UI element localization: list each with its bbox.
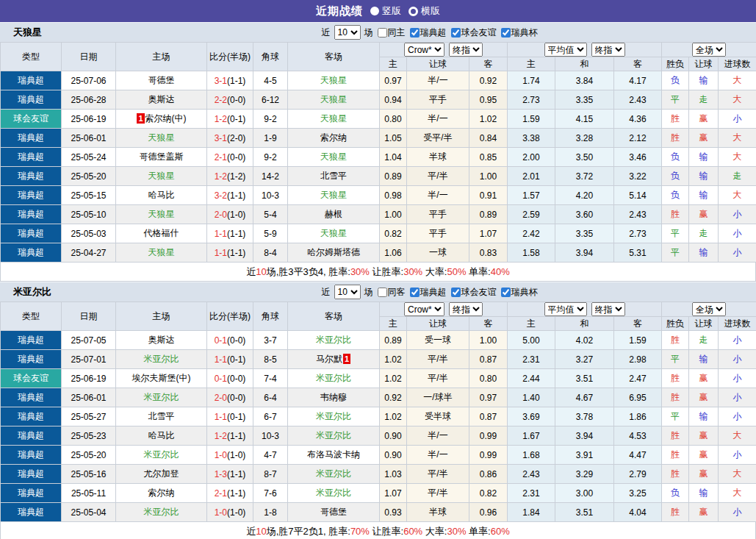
halftime-score: (0-1) <box>227 114 245 124</box>
league-checkbox-0-box[interactable] <box>410 288 420 297</box>
scope-select[interactable]: 全场 <box>692 43 726 57</box>
same-venue-checkbox[interactable]: 同主 <box>378 26 406 39</box>
away-team-name[interactable]: 天狼星 <box>320 228 347 238</box>
home-team-name[interactable]: 米亚尔比 <box>144 507 179 517</box>
fulltime-score: 2-0 <box>215 393 227 403</box>
league-checkbox-0[interactable]: 瑞典超 <box>410 286 447 299</box>
col-header: 日期 <box>62 302 116 331</box>
match-date: 25-04-27 <box>62 243 116 263</box>
match-date: 25-05-20 <box>62 446 116 465</box>
away-team-name[interactable]: 米亚尔比 <box>316 411 351 421</box>
home-team-name[interactable]: 奥斯达 <box>148 335 175 345</box>
avg-away-odds: 2.12 <box>614 129 662 148</box>
away-team-name[interactable]: 米亚尔比 <box>316 430 351 440</box>
league-checkbox-2-box[interactable] <box>501 288 511 297</box>
league-checkbox-2[interactable]: 瑞典杯 <box>501 26 538 39</box>
radio-unchecked-icon[interactable] <box>408 7 418 16</box>
match-count-select[interactable]: 10 <box>334 25 361 40</box>
away-team-name[interactable]: 天狼星 <box>320 113 347 124</box>
home-team-name[interactable]: 哥德堡盖斯 <box>140 151 184 162</box>
home-team-name[interactable]: 米亚尔比 <box>144 449 179 460</box>
away-team-name[interactable]: 天狼星 <box>320 94 347 104</box>
away-odds: 0.80 <box>469 369 508 388</box>
result-handicap: 赢 <box>689 129 719 148</box>
fulltime-score: 1-1 <box>215 248 227 258</box>
league-type-cell: 球会友谊 <box>1 110 62 129</box>
away-team-name[interactable]: 北雪平 <box>320 171 347 181</box>
home-team-name[interactable]: 天狼星 <box>148 132 175 143</box>
average-stage-select[interactable]: 终指 <box>591 302 625 316</box>
average-select[interactable]: 平均值 <box>544 43 587 57</box>
league-checkbox-1-box[interactable] <box>451 288 461 297</box>
home-team-name[interactable]: 奥斯达 <box>148 94 175 104</box>
summary-stat-value: 60% <box>491 526 510 537</box>
same-venue-checkbox-box[interactable] <box>378 288 387 297</box>
home-team-name[interactable]: 米亚尔比 <box>144 392 179 402</box>
home-team-cell: 埃尔夫斯堡(中) <box>116 369 207 388</box>
away-team-name[interactable]: 米亚尔比 <box>316 468 351 479</box>
league-checkbox-1[interactable]: 球会友谊 <box>451 26 497 39</box>
home-team-cell: 天狼星 <box>116 167 207 186</box>
away-team-name[interactable]: 哈尔姆斯塔德 <box>307 247 360 257</box>
same-venue-checkbox[interactable]: 同客 <box>378 286 406 299</box>
away-team-name[interactable]: 天狼星 <box>320 75 347 85</box>
home-team-name[interactable]: 哥德堡 <box>148 75 175 85</box>
home-team-name[interactable]: 索尔纳 <box>148 488 175 498</box>
bookmaker-stage-select[interactable]: 终指 <box>449 43 483 57</box>
halftime-score: (1-1) <box>227 248 245 258</box>
corner-score: 6-7 <box>253 407 288 426</box>
sub-col-header: 进球数 <box>719 317 756 331</box>
scope-select[interactable]: 全场 <box>692 302 726 316</box>
home-team-name[interactable]: 天狼星 <box>148 171 175 181</box>
summary-stat-value: 30% <box>350 266 370 277</box>
layout-option-horizontal[interactable]: 横版 <box>408 4 440 18</box>
bookmaker-select[interactable]: Crow* <box>404 302 444 316</box>
away-team-name[interactable]: 天狼星 <box>320 151 347 162</box>
home-team-name[interactable]: 尤尔加登 <box>144 468 179 479</box>
league-checkbox-0[interactable]: 瑞典超 <box>410 26 447 39</box>
fulltime-score: 1-3 <box>215 469 227 479</box>
home-team-cell: 哥德堡盖斯 <box>116 148 207 167</box>
away-team-name[interactable]: 马尔默 <box>316 354 342 364</box>
away-team-name[interactable]: 米亚尔比 <box>316 335 351 345</box>
away-team-name[interactable]: 韦纳穆 <box>320 392 347 402</box>
average-stage-select[interactable]: 终指 <box>591 43 625 57</box>
bookmaker-stage-select[interactable]: 终指 <box>449 302 483 316</box>
home-team-name[interactable]: 天狼星 <box>148 209 175 219</box>
bookmaker-select[interactable]: Crow* <box>404 43 444 57</box>
radio-checked-icon[interactable] <box>370 7 379 15</box>
same-venue-checkbox-box[interactable] <box>378 28 387 38</box>
away-team-name[interactable]: 米亚尔比 <box>316 373 351 383</box>
summary-text: 大率: <box>422 265 447 279</box>
league-checkbox-1[interactable]: 球会友谊 <box>451 286 497 299</box>
home-team-name[interactable]: 米亚尔比 <box>144 354 179 364</box>
match-count-select[interactable]: 10 <box>334 285 361 299</box>
average-select[interactable]: 平均值 <box>544 302 587 316</box>
league-checkbox-0-box[interactable] <box>410 28 420 38</box>
away-team-name[interactable]: 哥德堡 <box>320 507 347 517</box>
away-team-name[interactable]: 天狼星 <box>320 190 347 200</box>
home-team-cell: 米亚尔比 <box>116 503 207 522</box>
league-checkbox-2[interactable]: 瑞典杯 <box>501 286 538 299</box>
avg-away-odds: 2.43 <box>614 90 662 110</box>
away-odds: 0.97 <box>469 388 508 407</box>
handicap: 平/半 <box>407 484 469 503</box>
away-team-name[interactable]: 布洛马波卡纳 <box>307 449 360 460</box>
home-team-name[interactable]: 哈马比 <box>148 430 175 440</box>
home-team-name[interactable]: 北雪平 <box>148 411 175 421</box>
league-checkbox-2-box[interactable] <box>501 28 511 38</box>
col-header: 角球 <box>253 302 288 331</box>
home-team-name[interactable]: 哈马比 <box>148 190 175 200</box>
home-team-name[interactable]: 代格福什 <box>144 228 179 238</box>
away-team-name[interactable]: 米亚尔比 <box>316 488 351 498</box>
result-handicap: 输 <box>689 167 719 186</box>
sub-col-header: 客 <box>469 57 508 71</box>
league-checkbox-1-box[interactable] <box>451 28 461 38</box>
home-team-name[interactable]: 埃尔夫斯堡(中) <box>132 373 191 383</box>
home-team-name[interactable]: 索尔纳(中) <box>145 113 187 124</box>
layout-option-vertical[interactable]: 竖版 <box>370 4 401 18</box>
away-team-name[interactable]: 索尔纳 <box>320 132 347 143</box>
league-type-cell: 瑞典超 <box>1 205 62 224</box>
home-team-name[interactable]: 天狼星 <box>148 247 175 257</box>
away-team-name[interactable]: 赫根 <box>325 209 342 219</box>
